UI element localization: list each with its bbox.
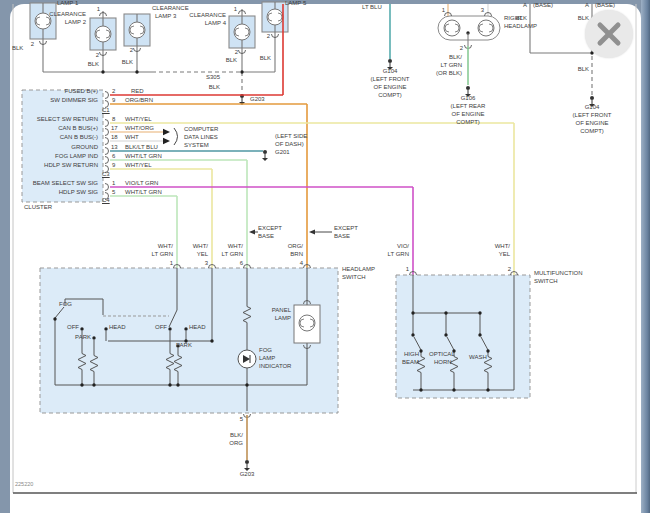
window-frame: LAMP 12BLKCLEARANCELAMP 212BLKCLEARANCEL…	[0, 0, 650, 513]
close-icon	[585, 10, 633, 58]
window-edge-strip	[641, 0, 650, 513]
close-button[interactable]	[585, 10, 633, 58]
diagram-page	[10, 4, 641, 513]
